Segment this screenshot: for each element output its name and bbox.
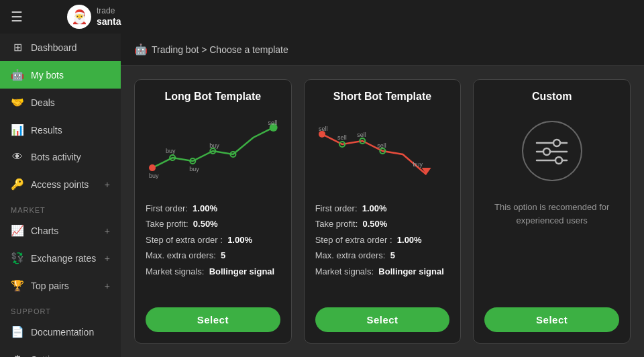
key-icon: 🔑 — [11, 178, 24, 191]
sidebar-item-my-bots[interactable]: 🤖 My bots — [0, 61, 121, 89]
exchange-icon: 💱 — [11, 252, 24, 264]
templates-container: Long Bot Template — [121, 66, 644, 357]
main-layout: ⊞ Dashboard 🤖 My bots 🤝 Deals 📊 Results … — [0, 34, 644, 357]
long-bot-chart: buy buy buy buy sell — [146, 111, 280, 191]
custom-circle — [522, 121, 582, 181]
logo-icon: 🎅 — [67, 5, 91, 29]
sidebar: ⊞ Dashboard 🤖 My bots 🤝 Deals 📊 Results … — [0, 34, 121, 357]
results-icon: 📊 — [11, 123, 24, 136]
short-bot-chart: sell sell sell sell buy — [315, 111, 450, 191]
svg-point-0 — [149, 164, 156, 171]
svg-text:buy: buy — [209, 142, 219, 149]
long-bot-select-button[interactable]: Select — [146, 307, 280, 332]
sidebar-item-label: Dashboard — [31, 42, 77, 53]
trophy-icon: 🏆 — [11, 279, 24, 292]
svg-text:buy: buy — [413, 161, 423, 168]
topbar: ☰ 🎅 trade santa — [0, 0, 644, 34]
logo-bottom: santa — [97, 16, 121, 28]
support-section-label: SUPPORT — [0, 299, 121, 318]
short-bot-card: Short Bot Template sell — [304, 79, 462, 344]
sidebar-item-label: Access points — [31, 179, 89, 190]
custom-description: This option is recomended for experience… — [484, 201, 619, 298]
logo: 🎅 trade santa — [67, 5, 121, 29]
sidebar-item-label: My bots — [31, 70, 64, 81]
custom-icon-wrap — [484, 111, 619, 191]
doc-icon: 📄 — [11, 325, 24, 338]
sidebar-item-label: Bots activity — [31, 152, 81, 162]
sidebar-item-label: Top pairs — [31, 280, 69, 291]
long-bot-title: Long Bot Template — [146, 91, 280, 103]
custom-select-button[interactable]: Select — [484, 307, 619, 332]
logo-top: trade — [97, 6, 121, 15]
breadcrumb: 🤖 Trading bot > Choose a template — [121, 34, 644, 66]
breadcrumb-text: Trading bot > Choose a template — [152, 44, 288, 55]
svg-text:sell: sell — [337, 134, 347, 141]
svg-point-24 — [543, 148, 550, 155]
sidebar-item-exchange-rates[interactable]: 💱 Exchange rates + — [0, 244, 121, 272]
sidebar-item-label: Settings — [31, 354, 65, 358]
sidebar-item-label: Exchange rates — [31, 253, 96, 264]
sidebar-item-label: Results — [31, 125, 62, 136]
svg-point-22 — [553, 140, 560, 146]
sidebar-item-top-pairs[interactable]: 🏆 Top pairs + — [0, 272, 121, 299]
charts-icon: 📈 — [11, 224, 24, 237]
market-section-label: MARKET — [0, 198, 121, 217]
custom-title: Custom — [484, 91, 619, 103]
sidebar-item-label: Documentation — [31, 327, 94, 338]
sidebar-item-results[interactable]: 📊 Results — [0, 116, 121, 144]
settings-icon: ⚙ — [11, 353, 24, 357]
dashboard-icon: ⊞ — [11, 41, 24, 54]
short-bot-select-button[interactable]: Select — [315, 307, 450, 332]
custom-card: Custom This option is — [473, 79, 631, 344]
activity-icon: 👁 — [11, 151, 24, 163]
svg-text:buy: buy — [166, 148, 176, 154]
sidebar-item-bots-activity[interactable]: 👁 Bots activity — [0, 144, 121, 170]
short-bot-title: Short Bot Template — [315, 91, 450, 103]
deals-icon: 🤝 — [11, 96, 24, 109]
sidebar-item-label: Deals — [31, 97, 55, 108]
long-bot-stats: First order: 1.00% Take profit: 0.50% St… — [146, 201, 280, 298]
plus-icon[interactable]: + — [105, 225, 110, 236]
svg-text:sell: sell — [319, 125, 328, 132]
sidebar-item-label: Charts — [31, 225, 58, 236]
short-bot-stats: First order: 1.00% Take profit: 0.50% St… — [315, 201, 450, 298]
content-area: 🤖 Trading bot > Choose a template Long B… — [121, 34, 644, 357]
plus-icon[interactable]: + — [105, 179, 110, 190]
hamburger-menu[interactable]: ☰ — [11, 9, 23, 25]
breadcrumb-icon: 🤖 — [134, 43, 148, 56]
svg-text:sell: sell — [268, 119, 278, 126]
sidebar-item-dashboard[interactable]: ⊞ Dashboard — [0, 34, 121, 61]
svg-point-26 — [555, 157, 562, 164]
svg-text:sell: sell — [357, 132, 366, 138]
bots-icon: 🤖 — [11, 68, 24, 81]
sidebar-item-charts[interactable]: 📈 Charts + — [0, 217, 121, 244]
plus-icon[interactable]: + — [105, 253, 110, 264]
plus-icon[interactable]: + — [105, 280, 110, 291]
svg-text:buy: buy — [189, 166, 199, 172]
long-bot-card: Long Bot Template — [134, 79, 292, 344]
sidebar-item-access-points[interactable]: 🔑 Access points + — [0, 170, 121, 198]
logo-text: trade santa — [97, 6, 121, 27]
sidebar-item-settings[interactable]: ⚙ Settings — [0, 346, 121, 357]
svg-text:buy: buy — [149, 172, 159, 179]
sidebar-item-deals[interactable]: 🤝 Deals — [0, 89, 121, 116]
svg-text:sell: sell — [377, 142, 386, 149]
sidebar-item-documentation[interactable]: 📄 Documentation — [0, 318, 121, 346]
